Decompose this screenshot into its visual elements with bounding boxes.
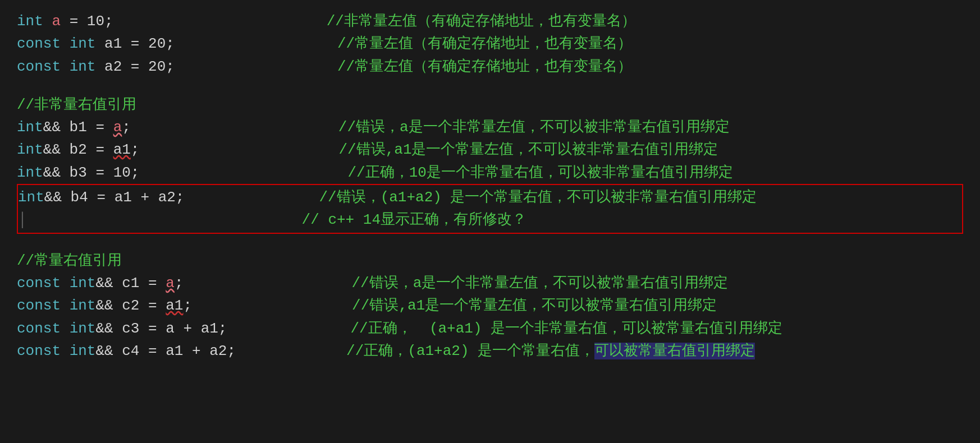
keyword-int: int bbox=[17, 13, 43, 30]
comment-8: // c++ 14显示正确，有所修改？ bbox=[302, 209, 526, 231]
code-line-3: const int a2 = 20; //常量左值（有确定存储地址，也有变量名） bbox=[17, 56, 963, 78]
code-line-1: int a = 10; //非常量左值（有确定存储地址，也有变量名） bbox=[17, 10, 963, 33]
comment-9: //错误，a是一个非常量左值，不可以被常量右值引用绑定 bbox=[351, 272, 728, 294]
empty-line-1 bbox=[17, 78, 963, 94]
code-line-5: int&& b2 = a1; //错误,a1是一个常量左值，不可以被非常量右值引… bbox=[17, 139, 963, 161]
empty-line-2 bbox=[17, 234, 963, 250]
highlighted-block: int&& b4 = a1 + a2; //错误，(a1+a2) 是一个常量右值… bbox=[17, 184, 963, 234]
comment-1: //非常量左值（有确定存储地址，也有变量名） bbox=[327, 10, 636, 33]
var-a-squiggle: a bbox=[113, 119, 122, 136]
comment-4: //错误，a是一个非常量左值，不可以被非常量右值引用绑定 bbox=[338, 116, 730, 139]
comment-5: //错误,a1是一个常量左值，不可以被非常量右值引用绑定 bbox=[338, 139, 718, 161]
code-line-7: int&& b4 = a1 + a2; //错误，(a1+a2) 是一个常量右值… bbox=[18, 186, 962, 209]
code-line-10: const int&& c2 = a1; //错误,a1是一个常量左值，不可以被… bbox=[17, 294, 963, 317]
code-line-4: int&& b1 = a; //错误，a是一个非常量左值，不可以被非常量右值引用… bbox=[17, 116, 963, 139]
comment-11: //正确， (a+a1) 是一个非常量右值，可以被常量右值引用绑定 bbox=[350, 317, 782, 340]
section-comment-1: //非常量右值引用 bbox=[17, 94, 963, 116]
code-line-11: const int&& c3 = a + a1; //正确， (a+a1) 是一… bbox=[17, 317, 963, 340]
code-line-9: const int&& c1 = a; //错误，a是一个非常量左值，不可以被常… bbox=[17, 272, 963, 294]
code-editor: int a = 10; //非常量左值（有确定存储地址，也有变量名） const… bbox=[0, 0, 980, 372]
code-line-2: const int a1 = 20; //常量左值（有确定存储地址，也有变量名） bbox=[17, 33, 963, 55]
cursor-selection: 可以被常量右值引用绑定 bbox=[594, 343, 755, 359]
section-comment-2: //常量右值引用 bbox=[17, 250, 963, 272]
comment-12: //正确，(a1+a2) 是一个常量右值，可以被常量右值引用绑定 bbox=[346, 340, 755, 362]
code-line-8: │ // c++ 14显示正确，有所修改？ bbox=[18, 209, 962, 231]
var-a: a bbox=[52, 13, 61, 30]
comment-2: //常量左值（有确定存储地址，也有变量名） bbox=[337, 33, 632, 55]
comment-6: //正确，10是一个非常量右值，可以被非常量右值引用绑定 bbox=[347, 161, 732, 184]
comment-7: //错误，(a1+a2) 是一个常量右值，不可以被非常量右值引用绑定 bbox=[319, 186, 757, 209]
code-line-6: int&& b3 = 10; //正确，10是一个非常量右值，可以被非常量右值引… bbox=[17, 161, 963, 184]
code-line-12: const int&& c4 = a1 + a2; //正确，(a1+a2) 是… bbox=[17, 340, 963, 362]
comment-10: //错误,a1是一个常量左值，不可以被常量右值引用绑定 bbox=[352, 294, 717, 317]
comment-3: //常量左值（有确定存储地址，也有变量名） bbox=[337, 56, 632, 78]
